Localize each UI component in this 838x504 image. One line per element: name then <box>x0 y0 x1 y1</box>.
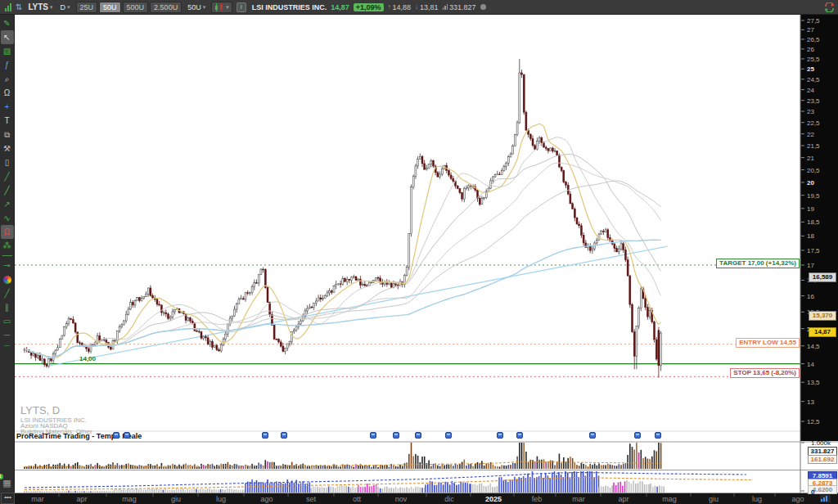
zigzag-icon[interactable]: ∿ <box>1 211 14 225</box>
stop-level-label[interactable]: STOP 13,65 (-8,20%) <box>730 368 800 378</box>
indicator-bar <box>304 484 306 493</box>
settings-tools[interactable]: ⚒ <box>1 142 14 155</box>
volume-bar <box>263 466 264 469</box>
candle-body <box>572 204 574 209</box>
event-icon[interactable] <box>516 432 523 439</box>
indicators-icon[interactable]: ƒ <box>1 58 14 72</box>
event-icon[interactable] <box>497 432 503 439</box>
diagonal-line-icon[interactable]: ╱ <box>1 286 14 300</box>
parallel-lines-icon[interactable]: ∥ <box>1 300 14 314</box>
indicator-bar <box>273 483 275 493</box>
duplicate-icon[interactable]: ⧉ <box>1 128 14 142</box>
cursor-icon[interactable]: ↖ <box>1 30 14 44</box>
volume-bar <box>395 466 397 469</box>
units-dropdown[interactable]: 50U ▾ <box>186 3 207 11</box>
indicator-bar <box>106 491 107 493</box>
volume-bar <box>265 460 267 469</box>
event-icon[interactable] <box>281 432 287 439</box>
event-icon[interactable] <box>445 432 452 439</box>
event-icon[interactable] <box>113 432 119 439</box>
tick-button-500u[interactable]: 500U <box>123 2 149 13</box>
indicator-bar <box>460 482 462 493</box>
indicator-bar <box>408 488 410 493</box>
candle-body <box>242 299 244 299</box>
price-chart[interactable]: 27,52726,52625,52524,52423,52322,52221,5… <box>15 15 838 504</box>
workspace-icon[interactable]: ▦1 <box>1 476 14 490</box>
volume-bar <box>515 463 516 469</box>
trendline-icon[interactable]: ╱ <box>1 169 14 183</box>
chart-type-button[interactable]: ▾ <box>211 2 232 13</box>
candle-body <box>424 164 426 169</box>
candle-body <box>65 324 67 327</box>
chart-canvas[interactable] <box>15 15 800 493</box>
curve-icon[interactable]: ⌒ <box>1 342 14 356</box>
text-icon[interactable]: T <box>1 114 14 128</box>
event-icon[interactable] <box>634 432 641 439</box>
symbol-dropdown[interactable]: LYTS ▾ <box>26 2 54 11</box>
support-level-label[interactable]: 14,00 <box>79 355 96 362</box>
move-icon[interactable]: + <box>1 100 14 114</box>
candle-body <box>327 293 328 296</box>
info-icon[interactable]: i <box>237 2 246 12</box>
indicator-bar <box>319 488 321 493</box>
timeframe-dropdown[interactable]: D ▾ <box>59 3 72 11</box>
magnet-icon[interactable]: Ω <box>1 225 14 239</box>
candle-body <box>72 320 74 323</box>
ma-value-badge: 16,589 <box>809 272 836 282</box>
candle-body <box>375 277 376 280</box>
delete-icon[interactable]: ▯ <box>1 155 14 169</box>
indicator-bar <box>92 491 94 493</box>
event-icon[interactable] <box>124 432 130 439</box>
color-picker-icon[interactable] <box>1 272 14 286</box>
rectangle-icon[interactable]: ▭ <box>1 314 14 328</box>
candle-body <box>61 335 63 339</box>
event-icon[interactable] <box>262 432 268 439</box>
axis-tick-label: 27 <box>807 26 814 34</box>
target-level-label[interactable]: TARGET 17,00 (+14,32%) <box>716 259 800 268</box>
event-icon[interactable] <box>655 432 661 439</box>
indicator-bar <box>74 491 76 493</box>
segment-icon[interactable]: ╱ <box>1 183 14 197</box>
event-icon[interactable] <box>589 432 596 439</box>
event-icon[interactable] <box>393 432 399 439</box>
event-icon[interactable] <box>370 432 376 439</box>
indicator-bar <box>570 478 571 493</box>
zoom-icon[interactable]: ⌕ <box>1 72 14 86</box>
candle-body <box>541 137 543 142</box>
tick-button-50u[interactable]: 50U <box>99 2 121 13</box>
line-style-icon[interactable]: ⊸ <box>1 259 14 272</box>
indicator-bar <box>411 487 412 493</box>
eraser-icon[interactable]: ▨ <box>1 44 14 58</box>
refresh-icon[interactable] <box>824 2 835 12</box>
candle-body <box>545 147 547 149</box>
indicator-bar <box>310 488 312 493</box>
tick-button-2.500u[interactable]: 2.500U <box>150 2 182 13</box>
indicator-bar <box>652 487 654 493</box>
candle-body <box>506 163 507 166</box>
volume-bar <box>567 458 569 469</box>
volume-bar <box>510 465 511 469</box>
indicator-bar <box>331 487 332 493</box>
pattern-icon[interactable]: ⁂ <box>1 239 14 253</box>
event-icon[interactable] <box>415 432 421 439</box>
tick-button-25u[interactable]: 25U <box>76 2 98 13</box>
volume-bar <box>106 466 107 469</box>
arrow-icon[interactable]: ↗ <box>1 197 14 211</box>
connection-icon[interactable]: ⇅ <box>16 2 22 11</box>
candle-body <box>550 148 552 151</box>
volume-bar <box>338 466 340 469</box>
candle-body <box>300 321 302 324</box>
candle-body <box>337 284 339 285</box>
candle-body <box>74 323 76 332</box>
volume-bar <box>481 461 483 469</box>
horizontal-line-icon[interactable]: ─ <box>1 328 14 342</box>
entry-level-label[interactable]: ENTRY LOW 14,55 <box>736 338 800 348</box>
timeline-more-button[interactable]: ••• <box>1 493 15 504</box>
panel-expand-icon[interactable] <box>820 495 831 502</box>
indicator-bar <box>294 483 295 493</box>
alert-bell-icon[interactable]: Ω <box>1 86 14 100</box>
pencil-icon[interactable]: ✎ <box>1 16 14 30</box>
candle-body <box>198 331 200 332</box>
indicator-bar <box>481 484 483 493</box>
candle-body <box>624 250 626 260</box>
